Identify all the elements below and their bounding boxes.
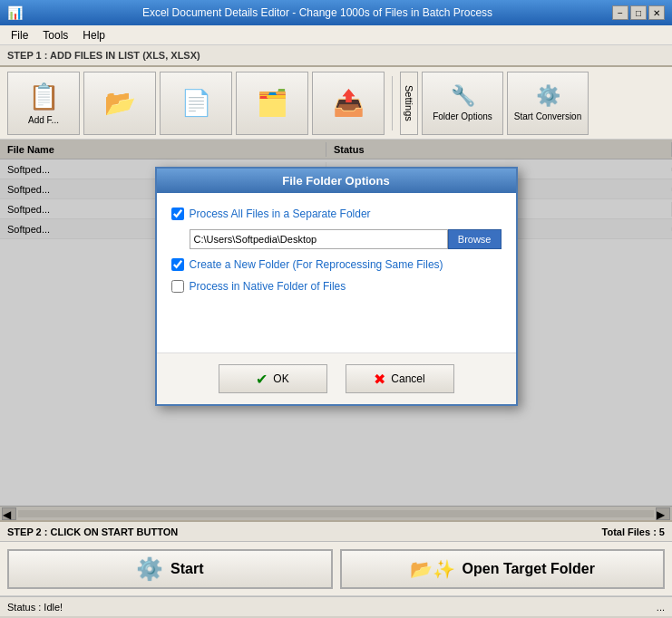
export-icon: 📤 — [333, 88, 365, 118]
modal-overlay: File Folder Options Process All Files in… — [0, 140, 672, 520]
browse-button[interactable]: Browse — [448, 229, 502, 249]
cancel-icon: ✖ — [374, 371, 385, 388]
status-text: Status : Idle! — [7, 602, 63, 613]
add-files-button[interactable]: 📋 Add F... — [7, 72, 80, 135]
folder-options-icon: 🔧 — [451, 84, 475, 108]
status-dots: ... — [657, 602, 665, 613]
start-button[interactable]: ⚙️ Start — [7, 549, 333, 589]
toolbar: 📋 Add F... 📂 📄 🗂️ 📤 Settings 🔧 Folder Op… — [0, 67, 672, 140]
start-conversion-icon: ⚙️ — [536, 84, 560, 108]
start-gear-icon: ⚙️ — [136, 556, 163, 582]
minimize-button[interactable]: − — [612, 5, 628, 20]
start-conversion-label: Start Conversion — [514, 111, 581, 121]
cancel-label: Cancel — [391, 372, 424, 385]
close-button[interactable]: ✕ — [648, 5, 665, 20]
checkbox1[interactable] — [171, 208, 184, 220]
folder-options-button[interactable]: 🔧 Folder Options — [422, 72, 503, 135]
open-target-icon: 📂✨ — [410, 558, 455, 580]
checkbox3[interactable] — [171, 280, 184, 293]
start-conversion-button[interactable]: ⚙️ Start Conversion — [507, 72, 589, 135]
file-folder-options-dialog: File Folder Options Process All Files in… — [155, 167, 518, 406]
menu-tools[interactable]: Tools — [35, 27, 75, 43]
checkbox1-row: Process All Files in a Separate Folder — [171, 208, 502, 220]
open-folder-icon: 📂 — [104, 88, 136, 118]
step2-label: STEP 2 : CLICK ON START BUTTON — [7, 526, 178, 537]
step1-header: STEP 1 : ADD FILES IN LIST (XLS, XLSX) — [0, 45, 672, 67]
checkbox3-label[interactable]: Process in Native Folder of Files — [190, 280, 346, 293]
menu-help[interactable]: Help — [75, 27, 112, 43]
checkbox2-label[interactable]: Create a New Folder (For Reprocessing Sa… — [190, 258, 443, 271]
window-controls: − □ ✕ — [612, 5, 665, 20]
open-target-folder-button[interactable]: 📂✨ Open Target Folder — [340, 549, 666, 589]
checkbox1-label[interactable]: Process All Files in a Separate Folder — [190, 208, 371, 220]
copy-icon: 📄 — [180, 88, 212, 118]
checkbox2-row: Create a New Folder (For Reprocessing Sa… — [171, 258, 502, 271]
settings-tab[interactable]: Settings — [400, 72, 418, 135]
export-button[interactable]: 📤 — [312, 72, 385, 135]
bottom-bar: ⚙️ Start 📂✨ Open Target Folder — [0, 542, 672, 596]
title-bar: 📊 Excel Document Details Editor - Change… — [0, 0, 672, 25]
modal-title-bar: File Folder Options — [157, 169, 516, 193]
path-row: Browse — [190, 229, 502, 249]
open-target-label: Open Target Folder — [463, 561, 595, 577]
window-title: Excel Document Details Editor - Change 1… — [23, 6, 612, 19]
menu-bar: File Tools Help — [0, 25, 672, 45]
main-area: File Name Status Softped... Softped... S… — [0, 140, 672, 520]
modal-footer: ✔ OK ✖ Cancel — [157, 352, 516, 404]
add-files-icon: 📋 — [28, 82, 60, 111]
ok-label: OK — [273, 372, 288, 385]
status-bar: Status : Idle! ... — [0, 596, 672, 616]
folder-options-label: Folder Options — [433, 111, 492, 121]
database-button[interactable]: 🗂️ — [236, 72, 308, 135]
modal-title: File Folder Options — [282, 174, 389, 188]
copy-button[interactable]: 📄 — [160, 72, 232, 135]
app-icon: 📊 — [7, 5, 23, 20]
step2-header: STEP 2 : CLICK ON START BUTTON Total Fil… — [0, 520, 672, 542]
folder-path-input[interactable] — [190, 229, 448, 249]
checkbox2[interactable] — [171, 258, 184, 271]
toolbar-divider — [392, 76, 393, 130]
modal-body: Process All Files in a Separate Folder B… — [157, 193, 516, 352]
menu-file[interactable]: File — [4, 27, 35, 43]
ok-button[interactable]: ✔ OK — [219, 364, 327, 393]
start-label: Start — [170, 561, 203, 577]
cancel-button[interactable]: ✖ Cancel — [346, 364, 454, 393]
add-files-label: Add F... — [28, 115, 59, 125]
total-files: Total Files : 5 — [602, 526, 665, 537]
database-icon: 🗂️ — [257, 88, 288, 118]
open-folder-button[interactable]: 📂 — [83, 72, 156, 135]
maximize-button[interactable]: □ — [630, 5, 647, 20]
checkbox3-row: Process in Native Folder of Files — [171, 280, 502, 293]
ok-icon: ✔ — [256, 371, 268, 388]
